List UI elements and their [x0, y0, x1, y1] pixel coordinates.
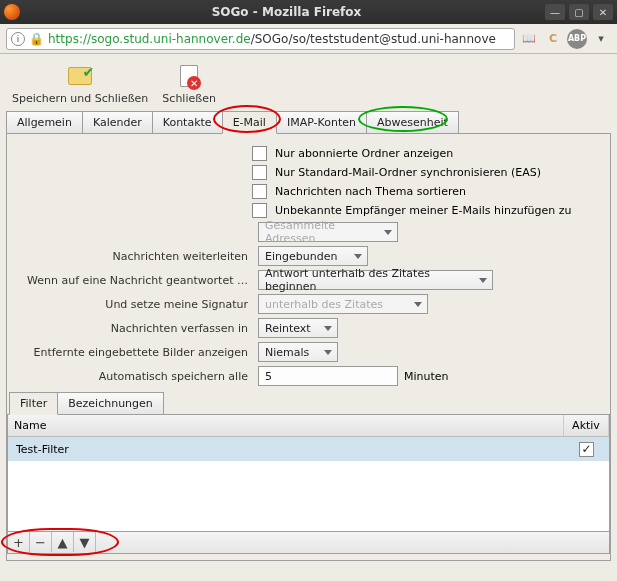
window-minimize-button[interactable]: — [545, 4, 565, 20]
window-titlebar: SOGo - Mozilla Firefox — ▢ ✕ [0, 0, 617, 24]
th-name[interactable]: Name [8, 415, 564, 436]
dropdown-icon[interactable]: ▾ [591, 29, 611, 49]
tab-kontakte[interactable]: Kontakte [152, 111, 223, 133]
label-thema: Nachrichten nach Thema sortieren [275, 185, 466, 198]
th-aktiv[interactable]: Aktiv [564, 415, 609, 436]
label-weiterleiten: Nachrichten weiterleiten [17, 250, 252, 263]
url-text: https://sogo.stud.uni-hannover.de/SOGo/s… [48, 32, 510, 46]
tab-imap[interactable]: IMAP-Konten [276, 111, 367, 133]
label-signatur: Und setze meine Signatur [17, 298, 252, 311]
window-title: SOGo - Mozilla Firefox [28, 5, 545, 19]
close-label: Schließen [162, 92, 216, 105]
select-gesammelte: Gesammelte Adressen [258, 222, 398, 242]
add-button[interactable]: + [8, 532, 30, 552]
label-bilder: Entfernte eingebettete Bilder anzeigen [17, 346, 252, 359]
action-toolbar: ✔ Speichern und Schließen ✕ Schließen [6, 60, 611, 111]
select-bilder[interactable]: Niemals [258, 342, 338, 362]
reader-mode-icon[interactable]: 📖 [519, 29, 539, 49]
document-close-icon: ✕ [180, 65, 198, 87]
close-button[interactable]: ✕ Schließen [162, 62, 216, 105]
select-verfassen[interactable]: Reintext [258, 318, 338, 338]
table-row[interactable]: Test-Filter [8, 437, 609, 461]
select-weiterleiten[interactable]: Eingebunden [258, 246, 368, 266]
site-info-icon[interactable]: i [11, 32, 25, 46]
tab-abwesenheit[interactable]: Abwesenheit [366, 111, 459, 133]
checkbox-abonnierte[interactable] [252, 146, 267, 161]
label-autosave: Automatisch speichern alle [17, 370, 252, 383]
label-antwort: Wenn auf eine Nachricht geantwortet … [17, 274, 252, 287]
label-autosave-unit: Minuten [404, 370, 449, 383]
tab-email[interactable]: E-Mail [222, 111, 277, 134]
firefox-icon [4, 4, 20, 20]
filter-tools: + − ▲ ▼ [7, 532, 610, 554]
move-up-button[interactable]: ▲ [52, 532, 74, 552]
lock-icon: 🔒 [29, 32, 44, 46]
select-antwort[interactable]: Antwort unterhalb des Zitates beginnen [258, 270, 493, 290]
subtab-bezeichnungen[interactable]: Bezeichnungen [57, 392, 164, 414]
email-panel: Nur abonnierte Ordner anzeigen Nur Stand… [6, 134, 611, 561]
select-signatur: unterhalb des Zitates [258, 294, 428, 314]
sub-tabs: Filter Bezeichnungen [7, 392, 610, 415]
label-unbekannte: Unbekannte Empfänger meiner E-Mails hinz… [275, 204, 572, 217]
folder-check-icon: ✔ [68, 67, 92, 85]
abp-icon[interactable]: ABP [567, 29, 587, 49]
save-close-button[interactable]: ✔ Speichern und Schließen [12, 62, 148, 105]
window-maximize-button[interactable]: ▢ [569, 4, 589, 20]
checkbox-thema[interactable] [252, 184, 267, 199]
tab-allgemein[interactable]: Allgemein [6, 111, 83, 133]
remove-button[interactable]: − [30, 532, 52, 552]
save-close-label: Speichern und Schließen [12, 92, 148, 105]
browser-toolbar: i 🔒 https://sogo.stud.uni-hannover.de/SO… [0, 24, 617, 54]
url-bar[interactable]: i 🔒 https://sogo.stud.uni-hannover.de/SO… [6, 28, 515, 50]
filter-table: Name Aktiv Test-Filter [7, 414, 610, 532]
tab-kalender[interactable]: Kalender [82, 111, 153, 133]
cell-name: Test-Filter [8, 443, 564, 456]
label-verfassen: Nachrichten verfassen in [17, 322, 252, 335]
window-close-button[interactable]: ✕ [593, 4, 613, 20]
subtab-filter[interactable]: Filter [9, 392, 58, 415]
move-down-button[interactable]: ▼ [74, 532, 96, 552]
checkbox-row-aktiv[interactable] [579, 442, 594, 457]
input-autosave[interactable]: 5 [258, 366, 398, 386]
label-abonnierte: Nur abonnierte Ordner anzeigen [275, 147, 453, 160]
cliqz-icon[interactable]: C [543, 29, 563, 49]
checkbox-eas[interactable] [252, 165, 267, 180]
checkbox-unbekannte[interactable] [252, 203, 267, 218]
main-tabs: Allgemein Kalender Kontakte E-Mail IMAP-… [6, 111, 611, 134]
label-eas: Nur Standard-Mail-Ordner synchronisieren… [275, 166, 541, 179]
